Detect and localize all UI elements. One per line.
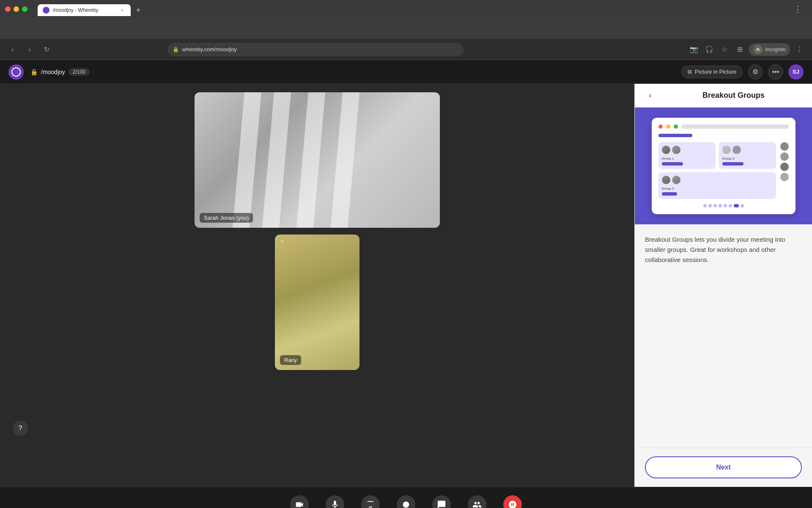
address-bar[interactable]: 🔒 whereby.com/moodjoy: [167, 43, 464, 56]
preview-group-2: Group 2: [719, 142, 776, 169]
preview-nav-dot-3: [713, 204, 717, 207]
help-icon: ?: [19, 425, 22, 432]
main-video: Sarah Jonas (you): [195, 92, 440, 228]
back-icon: ‹: [649, 91, 651, 100]
tab-title: /moodjoy - Whereby: [53, 7, 115, 13]
preview-card: Group 1 Group 2: [652, 118, 796, 214]
help-button[interactable]: ?: [13, 421, 28, 436]
preview-group-3-label: Group 3: [662, 187, 773, 190]
room-name: /moodjoy: [41, 69, 65, 75]
traffic-lights: [5, 6, 27, 12]
panel-title: Breakout Groups: [664, 91, 804, 100]
active-tab[interactable]: /moodjoy - Whereby ×: [38, 4, 131, 16]
mic-icon: [326, 495, 344, 508]
record-icon: [397, 495, 415, 508]
browser-top-bar: /moodjoy - Whereby × + ⋮: [0, 0, 812, 18]
main-video-label: Sarah Jonas (you): [200, 213, 253, 223]
nav-forward-button[interactable]: ›: [24, 44, 36, 55]
tab-favicon-icon: [43, 7, 49, 14]
preview-group-1-label: Group 1: [662, 157, 712, 160]
incognito-avatar: 🕵: [753, 45, 763, 54]
browser-more-icon[interactable]: ⋮: [792, 3, 804, 15]
preview-dot-red: [658, 124, 663, 129]
people-icon: [468, 495, 486, 508]
tab-close-button[interactable]: ×: [119, 7, 126, 14]
preview-avatar-4: [732, 146, 741, 154]
panel-footer: Next: [635, 447, 812, 487]
preview-avatar-1: [662, 146, 670, 154]
window-light-effect: [195, 92, 440, 228]
right-panel: ‹ Breakout Groups: [634, 84, 812, 487]
pip-label: Picture in Picture: [695, 69, 736, 75]
app-container: 🔒 /moodjoy 2/100 ⧉ Picture in Picture ⚙ …: [0, 60, 812, 508]
preview-search-bar: [681, 124, 789, 129]
chat-button[interactable]: Chat: [425, 492, 458, 508]
preview-group-1-avatars: [662, 146, 712, 154]
settings-button[interactable]: ⚙: [748, 64, 763, 80]
preview-nav-dot-2: [708, 204, 712, 207]
next-button[interactable]: Next: [645, 456, 802, 478]
preview-group-2-button: [722, 162, 743, 166]
preview-card-top-bar: [658, 124, 789, 129]
share-button[interactable]: Share: [354, 492, 387, 508]
light-stripe-3: [296, 92, 325, 228]
panel-preview: Group 1 Group 2: [635, 108, 812, 224]
incognito-label: Incognito: [765, 47, 786, 52]
nav-refresh-button[interactable]: ↻: [41, 44, 52, 55]
preview-nav-dot-8: [741, 204, 744, 207]
more-options-button[interactable]: •••: [768, 64, 783, 80]
app-logo: [8, 64, 24, 80]
room-lock-icon: 🔒: [30, 69, 38, 75]
browser-nav-bar: ‹ › ↻ 🔒 whereby.com/moodjoy 📷 🎧 ☆ ⊞ 🕵 In…: [0, 39, 812, 60]
header-right-controls: ⧉ Picture in Picture ⚙ ••• SJ: [681, 64, 804, 80]
preview-dot-yellow: [666, 124, 670, 129]
video-main-background: [195, 92, 440, 228]
preview-blue-header-bar: [658, 134, 692, 137]
cam-button[interactable]: Cam: [283, 492, 315, 508]
close-window-button[interactable]: [5, 6, 11, 12]
preview-avatar-5: [662, 176, 670, 184]
preview-nav-dot-4: [719, 204, 722, 207]
incognito-badge: 🕵 Incognito: [749, 43, 790, 56]
app-header: 🔒 /moodjoy 2/100 ⧉ Picture in Picture ⚙ …: [0, 60, 812, 84]
minimize-window-button[interactable]: [14, 6, 19, 12]
leave-button[interactable]: Leave: [497, 492, 529, 508]
maximize-window-button[interactable]: [22, 6, 27, 12]
participant-count: 2/100: [69, 68, 90, 76]
panel-description: Breakout Groups lets you divide your mee…: [635, 224, 812, 447]
star-action-icon[interactable]: ☆: [719, 44, 730, 55]
nav-back-button[interactable]: ‹: [7, 44, 19, 55]
address-text: whereby.com/moodjoy: [182, 46, 237, 52]
panel-back-button[interactable]: ‹: [643, 89, 657, 102]
room-info: 🔒 /moodjoy 2/100: [30, 68, 90, 76]
camera-action-icon[interactable]: 📷: [688, 44, 700, 55]
browser-action-buttons: 📷 🎧 ☆ ⊞ 🕵 Incognito ⋮: [688, 43, 805, 56]
extension-action-icon[interactable]: ⊞: [734, 44, 746, 55]
main-content: Sarah Jonas (you) ⌃ Rany ? ‹ Breakout Gr…: [0, 84, 812, 487]
preview-right-avatar-3: [780, 163, 789, 171]
preview-right-avatar-1: [780, 142, 789, 151]
video-secondary-background: [275, 235, 359, 370]
preview-nav-dot-7-active: [734, 204, 739, 207]
preview-nav-dots: [658, 204, 789, 207]
preview-group-2-label: Group 2: [722, 157, 773, 160]
share-icon: [361, 495, 380, 508]
cam-icon: [290, 495, 309, 508]
headphone-action-icon[interactable]: 🎧: [703, 44, 715, 55]
address-lock-icon: 🔒: [173, 47, 179, 52]
record-button[interactable]: Record: [390, 492, 422, 508]
preview-group-3: Group 3: [658, 172, 776, 199]
preview-avatar-6: [672, 176, 680, 184]
people-button[interactable]: People: [461, 492, 493, 508]
mic-button[interactable]: Mic: [319, 492, 351, 508]
preview-right-avatar-4: [780, 173, 789, 181]
secondary-video-signal-icon: ⌃: [279, 239, 285, 248]
preview-nav-dot-5: [724, 204, 727, 207]
preview-nav-dot-6: [729, 204, 732, 207]
user-avatar[interactable]: SJ: [788, 64, 804, 80]
preview-nav-dot-1: [703, 204, 707, 207]
new-tab-button[interactable]: +: [132, 4, 144, 16]
light-stripe-4: [331, 92, 359, 228]
pip-button[interactable]: ⧉ Picture in Picture: [681, 66, 743, 78]
browser-settings-icon[interactable]: ⋮: [793, 44, 805, 55]
